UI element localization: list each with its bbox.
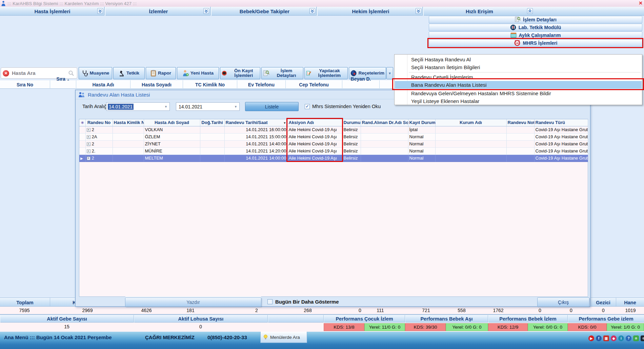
document-magnifier-icon (515, 17, 521, 23)
grid-col-kayit-durumu[interactable]: Kayıt Durumu (408, 119, 435, 126)
aktif-lohusa-header: Aktif Lohusa Sayısı (134, 315, 268, 323)
menu-item-iletisim-bilgileri[interactable]: Seçili Hastanın İletişim Bilgileri (395, 63, 642, 71)
cikis-button[interactable]: Çıkış (537, 297, 589, 307)
dont-show-today-checkbox[interactable] (267, 299, 273, 304)
camera-dark-icon[interactable]: ⌾ (641, 335, 644, 341)
info-icon[interactable]: i (618, 335, 624, 341)
aktif-gebe-header: Aktif Gebe Sayısı (0, 315, 134, 323)
islem-detaylari-button[interactable]: İşlem Detayları (261, 67, 303, 79)
menu-item-bana-randevu-alan[interactable]: Bana Randevu Alan Hasta Listesi (395, 81, 642, 89)
col-cep-telefonu[interactable]: Cep Telefonu (286, 80, 342, 89)
quick-btn-lab-tetkik[interactable]: Lab. Tetkik Modülü (429, 24, 642, 31)
grid-col-randevu-tarihi[interactable]: Randevu Tarihi/Saat▼ (224, 119, 287, 126)
help-icon[interactable]: ? (626, 335, 631, 341)
yazdir-button[interactable]: Yazdır (125, 297, 261, 307)
camera-green-icon[interactable]: ⌾ (633, 335, 639, 341)
chevron-double-down-icon[interactable] (309, 8, 315, 14)
facebook-icon[interactable]: f (596, 335, 602, 341)
table-row[interactable]: +2A ÖZLEM 14.01.2021 15:00:00 Aile Hekim… (79, 133, 588, 140)
menu-bar: Hasta İşlemleri İzlemler Bebek/Gebe Taki… (0, 7, 644, 16)
clear-search-icon[interactable]: ✕ (3, 70, 9, 77)
toolbar-btn-label: Ön Kayıt İşlemleri (229, 68, 259, 78)
menu-bebek-gebe-takipler[interactable]: Bebek/Gebe Takipler (212, 7, 318, 16)
expand-icon[interactable]: + (87, 157, 90, 160)
table-row[interactable]: +2 VOLKAN 14.01.2021 16:00:00 Aile Hekim… (79, 126, 588, 133)
grid-col-randevu-turu[interactable]: Randevu Türü (534, 119, 588, 126)
date-to-input[interactable]: 14.01.2021 ▼ (176, 102, 240, 111)
dont-show-today-label: Bugün Bir Daha Gösterme (275, 299, 339, 305)
chevron-double-down-icon[interactable] (416, 8, 421, 14)
expand-icon[interactable]: + (87, 128, 90, 132)
sort-desc-icon: ▼ (283, 121, 286, 125)
aktif-gebe-value: 15 (64, 324, 69, 329)
close-icon[interactable]: ✕ (639, 0, 643, 6)
chevron-double-down-icon[interactable] (203, 8, 209, 14)
yapilacak-islemlerim-button[interactable]: Yapılacak İşlemlerim (304, 67, 348, 79)
dialog-title: Randevu Alan Hasta Listesi (88, 92, 150, 98)
search-icon[interactable] (68, 70, 74, 76)
rapor-button[interactable]: Rapor (146, 67, 176, 79)
chevron-double-up-icon[interactable] (527, 8, 533, 14)
tetkik-button[interactable]: Tetkik (113, 67, 145, 79)
quick-btn-mhrs-islemleri[interactable]: 182 MHRS İşlemleri (429, 39, 642, 47)
perf-cocuk-izlem-header: Performans Çocuk İzlem (324, 315, 405, 323)
listele-button[interactable]: Listele (245, 102, 299, 111)
lightbulb-icon (263, 334, 268, 340)
grid-col-randevu-no[interactable]: Randeu No (85, 119, 113, 126)
menu-search-input[interactable]: Menülerde Ara (260, 332, 307, 343)
menu-hizli-erisim[interactable]: Hızlı Erişim (424, 7, 535, 16)
menu-item-randevu-al[interactable]: Seçili Hastaya Randevu Al (395, 56, 642, 63)
grid-col-randevu-notu[interactable]: Randevu Notu (506, 119, 534, 126)
dropdown-arrow-icon[interactable]: ▼ (234, 105, 237, 108)
grid-col-durumu[interactable]: Durumu (342, 119, 361, 126)
table-row-selected[interactable]: ▶ +2 MELTEM 14.01.2021 14:00:00 Aile Hek… (79, 155, 588, 162)
dropdown-arrow-icon[interactable]: ▼ (164, 105, 167, 108)
yeni-hasta-button[interactable]: Yeni Hasta (177, 67, 219, 79)
grid-col-hasta-kimlik[interactable]: Hasta Kimlik No (113, 119, 144, 126)
mhrs-182-icon: 182 (514, 40, 521, 46)
col-label: Cep Telefonu (299, 82, 329, 87)
col-ev-telefonu[interactable]: Ev Telefonu (237, 80, 286, 89)
expand-icon[interactable]: + (87, 142, 90, 146)
menu-label: Hızlı Erişim (466, 8, 493, 14)
date-from-input[interactable]: 14.01.2021 ▼ (106, 102, 170, 111)
on-kayit-islemleri-button[interactable]: Ön Kayıt İşlemleri (220, 67, 260, 79)
col-sira[interactable]: Sıra▲ (50, 80, 76, 89)
quick-btn-islem-detaylari[interactable]: İşlem Detayları (429, 16, 642, 23)
col-sira-no[interactable]: Sıra No (0, 80, 50, 89)
muayene-button[interactable]: Muayene (79, 67, 112, 79)
summary-blank-cell (268, 315, 324, 323)
menu-item-randevu-cetveli[interactable]: Randevu Cetveli İşlemlerim (395, 73, 642, 81)
gem-icon[interactable]: ◆ (611, 335, 617, 341)
grid-col-hasta-adi-soyad[interactable]: Hasta Adı Soyad (144, 119, 200, 126)
table-row[interactable]: +2 ZİYNET 14.01.2021 14:40:00 Aile Hekim… (79, 140, 588, 147)
perf-bebekasi-kds: KDS: 39/30 (405, 323, 446, 331)
recetelerim-dropdown-icon[interactable]: ▼ (386, 67, 393, 79)
col-beyan-d[interactable]: Beyan D. (342, 80, 380, 89)
expand-icon[interactable]: + (87, 149, 90, 153)
grid-col-dr-adi[interactable]: Rand.Alınan Dr.Adı Soyadı (361, 119, 408, 126)
expand-icon[interactable]: + (87, 135, 90, 139)
mhrs-refresh-checkbox[interactable]: ✓ (305, 104, 310, 109)
menu-label: Bebek/Gebe Takipler (240, 8, 289, 14)
table-row[interactable]: +2. MÜNİRE 14.01.2021 14:20:00 Aile Heki… (79, 147, 588, 155)
grid-corner-cell[interactable]: ✳ (79, 119, 85, 126)
menu-item-gelen-gelmeyen[interactable]: Randevuya Gelen/Gelmeyen Hastaları MHRS … (395, 89, 642, 97)
youtube-icon[interactable]: ▶ (588, 335, 594, 341)
grid-col-kurum-adi[interactable]: Kurum Adı (435, 119, 506, 126)
menu-hasta-islemleri[interactable]: Hasta İşlemleri (0, 7, 105, 16)
menu-izlemler[interactable]: İzlemler (106, 7, 212, 16)
chevron-double-down-icon[interactable] (97, 8, 103, 14)
col-hasta-adi[interactable]: Hasta Adı (76, 80, 130, 89)
grid-col-aksiyon-adi[interactable]: Aksiyon Adı (287, 119, 342, 126)
menu-hekim-islemleri[interactable]: Hekim İşlemleri (318, 7, 424, 16)
perf-cocuk-yerel: Yerel: 11/0 G: 0 (364, 323, 405, 331)
quick-btn-aylik-calismalarim[interactable]: Aylık Çalışmalarım (429, 32, 642, 39)
col-hasta-soyadi[interactable]: Hasta Soyadı (130, 80, 183, 89)
menu-item-yesil-liste[interactable]: Yeşil Listeye Eklenen Hastalar (395, 97, 642, 105)
dialog-bottom-bar: Yazdır Bugün Bir Daha Gösterme Çıkış (76, 297, 590, 307)
listele-label: Listele (265, 104, 279, 109)
book-icon[interactable]: ▥ (603, 335, 609, 341)
grid-col-dog-tarihi[interactable]: Doğ.Tarihi (200, 119, 224, 126)
col-tc-kimlik[interactable]: TC Kimlik No (183, 80, 237, 89)
